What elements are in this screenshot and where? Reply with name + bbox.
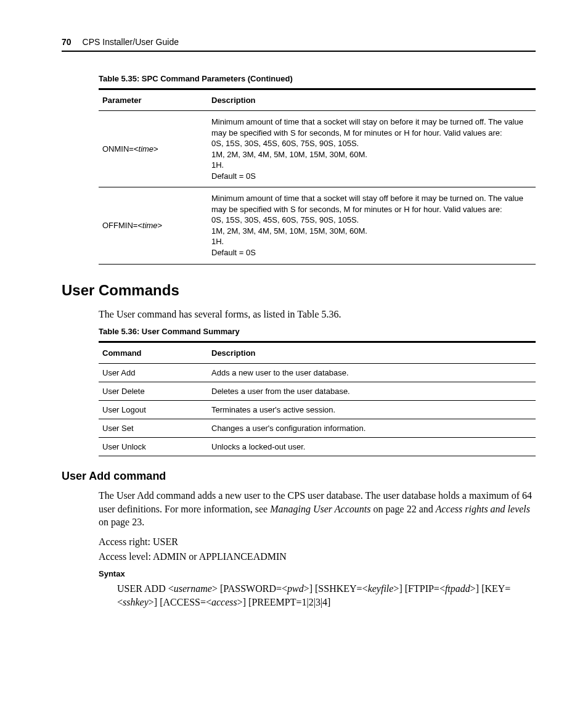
col-header-parameter: Parameter <box>99 89 208 111</box>
desc-line: 1H. <box>211 237 224 246</box>
syntax-ital: ftpadd <box>445 583 470 594</box>
table-35: Parameter Description ONMIN=<time> Minim… <box>99 88 536 265</box>
col-header-command: Command <box>99 342 208 364</box>
page-number: 70 <box>62 37 71 47</box>
para-text: on page 23. <box>99 517 144 527</box>
access-level: Access level: ADMIN or APPLIANCEADMIN <box>99 550 536 564</box>
table-36-caption: Table 5.36: User Command Summary <box>99 327 536 336</box>
syntax-text: >] [SSHKEY=< <box>304 583 368 594</box>
cmd-cell: User Set <box>99 419 208 438</box>
param-cell: ONMIN=<time> <box>99 111 208 187</box>
param-cell: OFFMIN=<time> <box>99 187 208 264</box>
desc-cell: Minimum amount of time that a socket wil… <box>208 187 536 264</box>
desc-line: Default = 0S <box>211 248 256 257</box>
desc-line: Default = 0S <box>211 171 256 181</box>
param-prefix: ONMIN=< <box>102 144 139 154</box>
table-row: OFFMIN=<time> Minimum amount of time tha… <box>99 187 536 264</box>
table-row: User Delete Deletes a user from the user… <box>99 382 536 401</box>
syntax-body: USER ADD <username> [PASSWORD=<pwd>] [SS… <box>117 582 536 609</box>
useradd-para1: The User Add command adds a new user to … <box>99 489 536 529</box>
desc-line: 1M, 2M, 3M, 4M, 5M, 10M, 15M, 30M, 60M. <box>211 226 367 236</box>
para-ital: Managing User Accounts <box>270 504 370 514</box>
syntax-text: >] [ACCESS=< <box>149 597 211 607</box>
cmd-cell: User Add <box>99 364 208 382</box>
desc-line: Minimum amount of time that a socket wil… <box>211 117 523 138</box>
page-header: 70 CPS Installer/User Guide <box>62 37 536 47</box>
subsection-heading: User Add command <box>62 470 536 483</box>
desc-line: 1M, 2M, 3M, 4M, 5M, 10M, 15M, 30M, 60M. <box>211 150 367 159</box>
syntax-text: USER ADD < <box>117 583 174 594</box>
col-header-description: Description <box>208 89 536 111</box>
param-ital: time <box>142 221 158 230</box>
syntax-ital: keyfile <box>368 583 394 594</box>
desc-cell: Minimum amount of time that a socket wil… <box>208 111 536 187</box>
syntax-ital: sshkey <box>123 597 149 607</box>
desc-cell: Deletes a user from the user database. <box>208 382 536 401</box>
desc-cell: Terminates a user's active session. <box>208 401 536 419</box>
syntax-text: >] [PREEMPT=1|2|3|4] <box>237 597 331 607</box>
cmd-cell: User Logout <box>99 401 208 419</box>
table-35-caption: Table 5.35: SPC Command Parameters (Cont… <box>99 74 536 83</box>
cmd-cell: User Delete <box>99 382 208 401</box>
table-row: User Add Adds a new user to the user dat… <box>99 364 536 382</box>
table-row: User Set Changes a user's configuration … <box>99 419 536 438</box>
cmd-cell: User Unlock <box>99 438 208 456</box>
access-right: Access right: USER <box>99 535 536 549</box>
syntax-ital: username <box>174 583 212 594</box>
col-header-description: Description <box>208 342 536 364</box>
para-ital: Access rights and levels <box>436 504 530 514</box>
section-intro: The User command has several forms, as l… <box>99 308 536 321</box>
desc-line: 1H. <box>211 160 224 170</box>
table-row: ONMIN=<time> Minimum amount of time that… <box>99 111 536 187</box>
syntax-text: > [PASSWORD=< <box>212 583 287 594</box>
param-prefix: OFFMIN=< <box>102 221 142 230</box>
desc-line: 0S, 15S, 30S, 45S, 60S, 75S, 90S, 105S. <box>211 139 359 148</box>
desc-line: Minimum amount of time that a socket wil… <box>211 194 523 214</box>
para-text: on page 22 and <box>370 504 435 514</box>
header-title: CPS Installer/User Guide <box>83 37 179 47</box>
syntax-ital: access <box>211 597 237 607</box>
table-36: Command Description User Add Adds a new … <box>99 341 536 456</box>
desc-line: 0S, 15S, 30S, 45S, 60S, 75S, 90S, 105S. <box>211 215 359 224</box>
syntax-ital: pwd <box>287 583 304 594</box>
param-ital: time <box>139 144 154 154</box>
table-row: User Logout Terminates a user's active s… <box>99 401 536 419</box>
param-suffix: > <box>158 221 163 230</box>
param-suffix: > <box>153 144 158 154</box>
syntax-label: Syntax <box>99 569 536 578</box>
desc-cell: Adds a new user to the user database. <box>208 364 536 382</box>
desc-cell: Unlocks a locked-out user. <box>208 438 536 456</box>
table-row: User Unlock Unlocks a locked-out user. <box>99 438 536 456</box>
syntax-text: >] [FTPIP=< <box>393 583 445 594</box>
desc-cell: Changes a user's configuration informati… <box>208 419 536 438</box>
header-rule <box>62 51 536 52</box>
section-heading: User Commands <box>62 282 536 299</box>
